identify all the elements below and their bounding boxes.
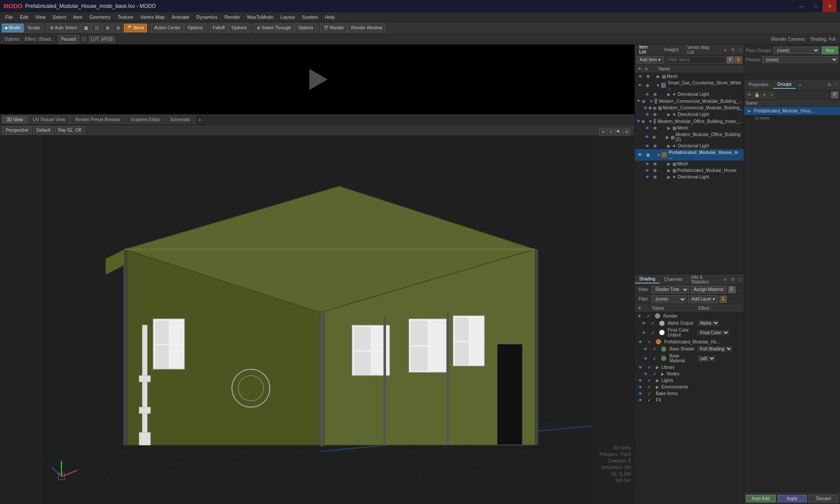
list-item[interactable]: 👁 ⊕ ▶ ▦ Mesh — [635, 161, 744, 167]
expand-arrow[interactable]: ▼ — [649, 99, 654, 104]
lock-icon[interactable]: ⊕ — [651, 126, 658, 130]
add-layer-btn[interactable]: Add Layer ▾ — [688, 295, 718, 303]
groups-f-btn[interactable]: F — [831, 91, 838, 98]
menu-animate[interactable]: Animate — [168, 14, 192, 21]
shader-item-final-color[interactable]: 👁 ✓ Final Color Output Final Color — [635, 327, 744, 338]
toolbar-icon1[interactable]: ▦ — [81, 24, 91, 32]
pass-groups-select[interactable]: (none) — [773, 47, 820, 54]
perspective-btn[interactable]: Perspective — [3, 126, 32, 134]
lock-icon[interactable]: ⊕ — [651, 144, 658, 148]
list-item[interactable]: 👁 ⊕ ▶ ☀ Directional Light — [635, 143, 744, 149]
toolbar-icon2[interactable]: ◫ — [92, 24, 102, 32]
zoom-icon[interactable]: 🔍 — [615, 129, 622, 136]
list-item[interactable]: 👁 ⊕ ▶ ▦ Mesh — [635, 73, 744, 80]
vis-icon[interactable]: 👁 — [637, 153, 644, 157]
group-item-prefab[interactable]: ▶ Prefabricated_Modular_Hous... — [744, 107, 840, 115]
vis-icon[interactable]: 👁 — [644, 106, 648, 110]
lights-expand[interactable]: ▶ — [656, 378, 660, 383]
vis-eye[interactable]: 👁 — [638, 340, 646, 344]
action-center-btn[interactable]: Action Center — [151, 24, 184, 32]
shader-item-base-shader[interactable]: 👁 ✓ Base Shader Full Shading — [635, 345, 744, 353]
minimize-btn[interactable]: — — [794, 0, 808, 12]
expand-arrow[interactable]: ▶ — [654, 105, 657, 110]
tab-vertex-map-list[interactable]: Vertex Map List — [683, 44, 721, 56]
tab-images[interactable]: Images — [660, 46, 683, 53]
pass-groups-new-btn[interactable]: New — [822, 46, 838, 54]
shader-tree-select[interactable]: Shader Tree — [651, 286, 689, 294]
tab-groups[interactable]: Groups — [773, 80, 796, 89]
lock-icon[interactable]: ⊕ — [651, 135, 658, 140]
groups-expand-icon[interactable]: □ — [833, 81, 840, 88]
shader-item-fx[interactable]: 👁 ✓ FX — [635, 397, 744, 403]
group-expand[interactable]: ▶ — [748, 108, 752, 113]
menu-vertex-map[interactable]: Vertex Map — [137, 14, 168, 21]
lock-icon[interactable]: ⊕ — [651, 175, 658, 179]
shader-check[interactable]: ✓ — [648, 391, 654, 396]
list-item[interactable]: 👁 ⊕ ▼ Modern_Modular_Office_Building_mod… — [635, 118, 744, 125]
lock-icon[interactable]: ⊕ — [651, 92, 658, 97]
lock-icon[interactable]: ⊕ — [648, 105, 652, 110]
shader-item-nodes[interactable]: 👁 ✓ ▶ Nodes — [635, 371, 744, 377]
group-icon2[interactable]: 🔒 — [753, 91, 760, 98]
default-btn[interactable]: Default — [33, 126, 53, 134]
vis-eye[interactable]: 👁 — [644, 371, 651, 376]
vis-icon[interactable]: 👁 — [644, 162, 651, 166]
select-through-btn[interactable]: ⊕ Select Through — [254, 24, 294, 32]
panel-settings-icon[interactable]: ⚙ — [729, 46, 736, 53]
expand-arrow[interactable]: ▶ — [667, 175, 672, 179]
shader-item-bake[interactable]: 👁 ✓ Bake Items — [635, 390, 744, 397]
expand-arrow[interactable]: ▼ — [648, 119, 653, 124]
window-controls[interactable]: — □ ✕ — [794, 0, 836, 12]
expand-arrow[interactable]: ▶ — [667, 161, 672, 166]
menu-file[interactable]: File — [2, 14, 17, 21]
render-btn[interactable]: 🎬 Render — [320, 24, 347, 32]
lock-icon[interactable]: ⊕ — [651, 112, 658, 117]
vis-eye[interactable]: 👁 — [642, 321, 650, 326]
vis-icon[interactable]: 👁 — [637, 99, 640, 103]
vis-eye[interactable]: 👁 — [638, 365, 646, 370]
vis-icon[interactable]: 👁 — [644, 112, 651, 117]
discard-btn[interactable]: Discard — [808, 495, 838, 502]
filter-items-input[interactable] — [666, 56, 726, 63]
list-item[interactable]: 👁 ⊕ ▶ ▦ Modern_Modular_Office_Building (… — [635, 131, 744, 143]
lock-icon[interactable]: ⊕ — [641, 119, 645, 124]
vis-eye[interactable]: 👁 — [638, 398, 646, 402]
shader-check[interactable]: ✓ — [648, 378, 654, 383]
library-expand[interactable]: ▶ — [656, 365, 660, 370]
menu-select[interactable]: Select — [49, 14, 70, 21]
menu-system[interactable]: System — [298, 14, 322, 21]
shader-item-lights[interactable]: 👁 ✓ ▶ Lights — [635, 377, 744, 384]
lock-icon[interactable]: ⊕ — [644, 153, 651, 158]
vis-eye[interactable]: 👁 — [638, 385, 646, 389]
expand-arrow[interactable]: ▶ — [667, 112, 672, 117]
shader-check[interactable]: ✓ — [653, 356, 660, 361]
toolbar2-icon[interactable]: ⬛ — [81, 36, 87, 42]
vis-icon[interactable]: 👁 — [644, 135, 650, 139]
menu-layout[interactable]: Layout — [277, 14, 298, 21]
shader-check[interactable]: ✓ — [651, 330, 658, 335]
alpha-effect-select[interactable]: Alpha — [697, 320, 719, 326]
list-item[interactable]: 👁 ⊕ ▶ ☀ Directional Light — [635, 111, 744, 118]
expand-arrow[interactable]: ▶ — [666, 135, 670, 140]
mode-model-btn[interactable]: ■ Model — [2, 24, 24, 32]
menu-geometry[interactable]: Geometry — [86, 14, 114, 21]
shader-item-library[interactable]: 👁 ✓ ▶ Library — [635, 364, 744, 371]
vis-eye[interactable]: 👁 — [638, 378, 646, 383]
vis-icon[interactable]: 👁 — [644, 168, 651, 173]
expand-arrow[interactable]: ▼ — [656, 83, 660, 88]
vis-icon[interactable]: 👁 — [644, 92, 651, 97]
vis-eye[interactable]: 👁 — [642, 330, 650, 335]
tab-info-statistics[interactable]: Info & Statistics — [687, 273, 721, 286]
nodes-expand[interactable]: ▶ — [661, 371, 665, 376]
vis-eye[interactable]: 👁 — [644, 356, 651, 361]
shader-item-alpha-output[interactable]: 👁 ✓ Alpha Output Alpha — [635, 319, 744, 327]
tab-item-list[interactable]: Item List — [635, 43, 660, 56]
ray-gl-btn[interactable]: Ray GL: Off — [55, 126, 84, 134]
tab-properties[interactable]: Properties — [744, 81, 773, 88]
maximize-btn[interactable]: □ — [808, 0, 822, 12]
shader-check[interactable]: ✓ — [648, 398, 654, 402]
vis-icon[interactable]: 👁 — [637, 119, 640, 123]
vis-eye[interactable]: 👁 — [637, 314, 645, 318]
toolbar-icon3[interactable]: ⊞ — [103, 24, 112, 32]
mode-sculpt-btn[interactable]: Sculpt — [24, 24, 43, 32]
